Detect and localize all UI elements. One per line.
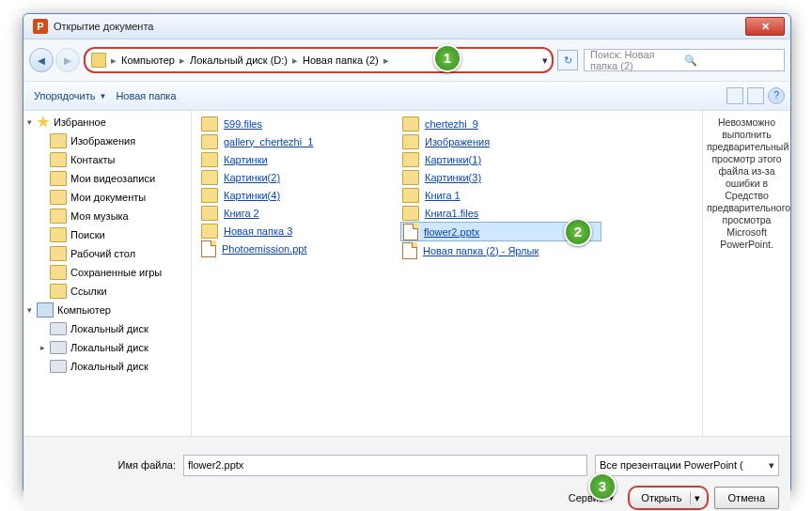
tree-label: Ссылки	[70, 286, 107, 297]
tree-item[interactable]: Локальный диск	[23, 357, 191, 376]
tree-item[interactable]: Сохраненные игры	[23, 263, 191, 282]
file-item[interactable]: Новая папка 3	[199, 222, 400, 240]
file-item[interactable]: Изображения	[400, 132, 601, 150]
preview-toggle-icon[interactable]	[747, 87, 764, 104]
file-name: flower2.pptx	[424, 226, 479, 238]
document-icon	[201, 240, 216, 257]
tree-item[interactable]: ▸Локальный диск	[23, 338, 191, 357]
folder-icon	[201, 224, 218, 239]
file-name: Новая папка (2) - Ярлык	[423, 245, 539, 256]
forward-button[interactable]: ►	[55, 48, 80, 72]
breadcrumb-item[interactable]: Локальный диск (D:)	[188, 54, 289, 66]
file-item[interactable]: Книга 2	[199, 204, 400, 222]
tree-item[interactable]: Мои видеозаписи	[23, 169, 191, 188]
file-name: gallery_chertezhi_1	[224, 136, 313, 147]
file-list[interactable]: 599.filesgallery_chertezhi_1КартинкиКарт…	[192, 111, 702, 436]
file-item[interactable]: Картинки(2)	[199, 168, 400, 186]
new-folder-button[interactable]: Новая папка	[111, 88, 180, 103]
tree-label: Локальный диск	[70, 342, 148, 353]
window-title: Открытие документа	[54, 21, 745, 32]
folder-icon	[402, 170, 419, 185]
folder-icon	[50, 190, 67, 205]
tree-label: Локальный диск	[70, 361, 148, 372]
file-item[interactable]: 599.files	[199, 115, 400, 132]
tree-item[interactable]: Локальный диск	[23, 319, 191, 338]
file-name: chertezhi_9	[425, 118, 478, 130]
refresh-button[interactable]: ↻	[557, 50, 578, 70]
file-item[interactable]: Photoemission.ppt	[199, 240, 400, 257]
tree-item[interactable]: ▾Компьютер	[23, 301, 191, 319]
tree-label: Локальный диск	[70, 323, 148, 334]
computer-icon	[37, 302, 54, 317]
tree-label: Моя музыка	[70, 210, 129, 222]
drive-icon	[50, 360, 67, 373]
help-icon[interactable]: ?	[768, 87, 785, 104]
tree-item[interactable]: Ссылки	[23, 282, 191, 301]
open-button[interactable]: Открыть▾	[628, 486, 708, 510]
folder-icon	[402, 152, 419, 167]
star-icon	[37, 116, 50, 129]
tree-label: Сохраненные игры	[70, 267, 162, 278]
file-item[interactable]: Картинки(4)	[199, 186, 400, 204]
folder-icon	[402, 116, 419, 132]
chevron-down-icon[interactable]: ▾	[690, 492, 704, 504]
file-name: Книга1.files	[425, 208, 478, 219]
view-icon[interactable]	[726, 87, 743, 104]
tree-label: Мои документы	[70, 192, 146, 203]
chevron-down-icon[interactable]: ▾	[542, 54, 548, 67]
folder-icon	[201, 188, 218, 203]
folder-icon	[201, 170, 218, 185]
folder-icon	[402, 206, 419, 221]
chevron-down-icon: ▾	[769, 459, 774, 472]
tree-label: Изображения	[70, 135, 135, 147]
breadcrumb-item[interactable]: Новая папка (2)	[301, 54, 381, 66]
folder-icon	[50, 209, 67, 224]
file-name: Картинки(1)	[425, 154, 481, 165]
filename-input[interactable]: flower2.pptx	[183, 455, 587, 476]
tree-item[interactable]: Изображения	[23, 132, 191, 150]
callout-1: 1	[433, 44, 461, 72]
file-item[interactable]: Картинки	[199, 150, 400, 168]
file-name: Картинки(3)	[425, 172, 481, 183]
file-item[interactable]: gallery_chertezhi_1	[199, 132, 400, 150]
tree-item[interactable]: Рабочий стол	[23, 244, 191, 263]
tree-item[interactable]: Моя музыка	[23, 207, 191, 225]
app-icon: P	[33, 19, 48, 34]
tree-item[interactable]: ▾Избранное	[23, 113, 191, 132]
callout-3: 3	[588, 472, 617, 501]
file-item[interactable]: Картинки(3)	[400, 168, 601, 186]
folder-icon	[201, 116, 218, 132]
preview-pane: Невозможно выполнить предварительный про…	[702, 111, 790, 436]
file-item[interactable]: Книга 1	[400, 186, 601, 204]
folder-icon	[201, 152, 218, 167]
file-item[interactable]: chertezhi_9	[400, 115, 601, 132]
toolbar: Упорядочить▼ Новая папка ?	[23, 82, 790, 111]
folder-icon	[201, 134, 218, 149]
bottom-panel: Имя файла: flower2.pptx Все презентации …	[23, 436, 790, 511]
address-bar[interactable]: ▸ Компьютер ▸ Локальный диск (D:) ▸ Нова…	[84, 47, 554, 73]
breadcrumb-item[interactable]: Компьютер	[119, 54, 177, 66]
search-input[interactable]: Поиск: Новая папка (2) 🔍	[584, 49, 785, 71]
tree-label: Рабочий стол	[70, 248, 135, 259]
file-item[interactable]: Картинки(1)	[400, 150, 601, 168]
folder-icon	[91, 53, 106, 68]
cancel-button[interactable]: Отмена	[714, 487, 779, 509]
tree-item[interactable]: Мои документы	[23, 188, 191, 207]
file-name: Книга 1	[425, 190, 461, 201]
tree-item[interactable]: Поиски	[23, 225, 191, 244]
nav-tree[interactable]: ▾ИзбранноеИзображенияКонтактыМои видеоза…	[23, 111, 192, 436]
tree-label: Контакты	[70, 154, 116, 165]
close-button[interactable]: ✕	[745, 17, 785, 36]
folder-icon	[50, 265, 67, 280]
folder-icon	[50, 227, 67, 242]
nav-row: ◄ ► ▸ Компьютер ▸ Локальный диск (D:) ▸ …	[23, 39, 790, 82]
tree-item[interactable]: Контакты	[23, 150, 191, 169]
file-name: Photoemission.ppt	[222, 243, 307, 255]
back-button[interactable]: ◄	[29, 48, 54, 72]
body: ▾ИзбранноеИзображенияКонтактыМои видеоза…	[23, 111, 790, 436]
tree-label: Компьютер	[57, 304, 111, 316]
callout-2: 2	[564, 218, 592, 246]
titlebar[interactable]: P Открытие документа ✕	[23, 14, 790, 39]
organize-menu[interactable]: Упорядочить▼	[29, 88, 111, 103]
filetype-combo[interactable]: Все презентации PowerPoint (▾	[595, 455, 779, 476]
